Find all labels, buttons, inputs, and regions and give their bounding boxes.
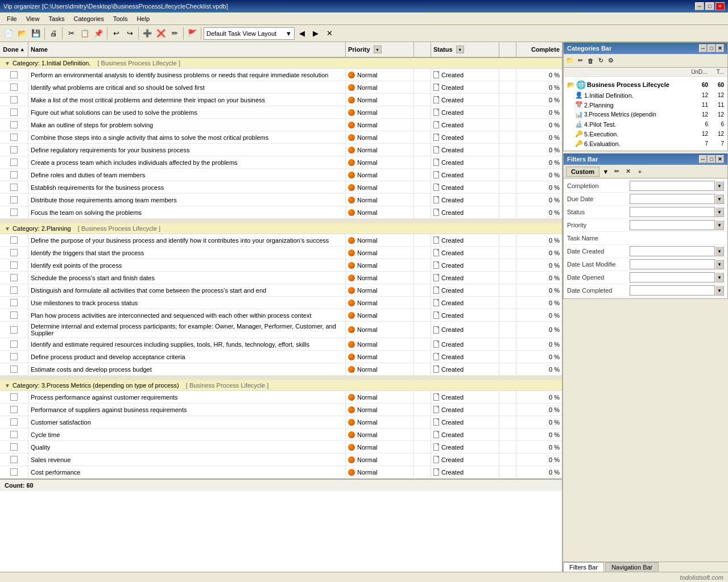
table-row[interactable]: Process performance against customer req… <box>0 391 562 404</box>
custom-filter-label[interactable]: Custom <box>566 167 599 177</box>
task-checkbox[interactable] <box>10 468 18 476</box>
menu-tools[interactable]: Tools <box>109 14 133 23</box>
print-button[interactable]: 🖨 <box>47 27 60 40</box>
open-button[interactable]: 📂 <box>16 27 28 40</box>
table-row[interactable]: Identify what problems are critical and … <box>0 81 562 94</box>
done-cell[interactable] <box>0 416 28 428</box>
filter-delete-icon[interactable]: ✕ <box>623 167 634 177</box>
task-checkbox[interactable] <box>10 159 18 166</box>
cat-edit-icon[interactable]: ✏ <box>575 56 585 66</box>
task-checkbox[interactable] <box>10 109 18 116</box>
filter-dropdown-btn-completion[interactable]: ▼ <box>715 181 724 191</box>
filter-edit-icon[interactable]: ✏ <box>612 167 622 177</box>
done-cell[interactable] <box>0 297 28 309</box>
cat-tree-item[interactable]: 🔑 6.Evaluation. 7 7 <box>565 139 726 148</box>
task-checkbox[interactable] <box>10 418 18 426</box>
filters-title-buttons[interactable]: ─ □ ✕ <box>699 155 724 163</box>
fil-bar-maximize[interactable]: □ <box>708 155 715 163</box>
undo-button[interactable]: ↩ <box>110 27 122 40</box>
table-row[interactable]: Make an outline of steps for problem sol… <box>0 119 562 131</box>
done-cell[interactable] <box>0 454 28 465</box>
filter-value-dateopened[interactable] <box>630 272 715 282</box>
table-row[interactable]: Combine those steps into a single activi… <box>0 131 562 144</box>
done-cell[interactable] <box>0 338 28 350</box>
done-cell[interactable] <box>0 181 28 193</box>
table-row[interactable]: Define roles and duties of team members … <box>0 169 562 181</box>
done-cell[interactable] <box>0 169 28 181</box>
done-cell[interactable] <box>0 194 28 206</box>
done-cell[interactable] <box>0 363 28 375</box>
task-checkbox[interactable] <box>10 261 18 269</box>
save-button[interactable]: 💾 <box>30 27 42 40</box>
task-checkbox[interactable] <box>10 184 18 191</box>
filter-value-priority[interactable] <box>630 220 715 230</box>
filter-value-completion[interactable] <box>630 181 715 191</box>
tab-navigation-bar[interactable]: Navigation Bar <box>605 562 659 572</box>
table-row[interactable]: Distinguish and formulate all activities… <box>0 284 562 297</box>
done-cell[interactable] <box>0 156 28 168</box>
menu-tasks[interactable]: Tasks <box>44 14 69 23</box>
filter-dropdown-btn-priority[interactable]: ▼ <box>715 220 724 230</box>
task-checkbox[interactable] <box>10 71 18 78</box>
filter-value-datecreated[interactable] <box>630 246 715 256</box>
col-status[interactable]: Status ▼ <box>431 42 499 57</box>
table-row[interactable]: Figure out what solutions can be used to… <box>0 106 562 119</box>
done-cell[interactable] <box>0 391 28 403</box>
cat-tree-item[interactable]: 👤 1.Initial Definition. 12 12 <box>565 90 726 100</box>
categories-title-buttons[interactable]: ─ □ ✕ <box>699 44 724 52</box>
menu-categories[interactable]: Categories <box>69 14 109 23</box>
task-checkbox[interactable] <box>10 96 18 103</box>
task-checkbox[interactable] <box>10 311 18 319</box>
done-cell[interactable] <box>0 81 28 93</box>
table-row[interactable]: Define the purpose of your business proc… <box>0 234 562 247</box>
cat-tree-item[interactable]: 📊 3.Process Metrics (dependin 12 12 <box>565 110 726 119</box>
cut-button[interactable]: ✂ <box>65 27 77 40</box>
done-cell[interactable] <box>0 131 28 143</box>
task-checkbox[interactable] <box>10 326 18 334</box>
layout-next[interactable]: ▶ <box>309 27 322 40</box>
menu-view[interactable]: View <box>22 14 44 23</box>
new-button[interactable]: 📄 <box>2 27 15 40</box>
done-cell[interactable] <box>0 234 28 246</box>
task-checkbox[interactable] <box>10 299 18 306</box>
menu-file[interactable]: File <box>2 14 22 23</box>
task-checkbox[interactable] <box>10 84 18 91</box>
task-checkbox[interactable] <box>10 406 18 413</box>
task-checkbox[interactable] <box>10 121 18 128</box>
done-cell[interactable] <box>0 106 28 118</box>
table-row[interactable]: Define process product and develop accep… <box>0 351 562 363</box>
done-cell[interactable] <box>0 69 28 81</box>
filter-dropdown-icon[interactable]: ▼ <box>601 167 611 177</box>
cat-tree-item[interactable]: 🔑 5.Execution. 12 12 <box>565 129 726 139</box>
done-cell[interactable] <box>0 441 28 453</box>
filter-add-icon[interactable]: + <box>635 167 645 177</box>
filter-dropdown-btn-datelastmod[interactable]: ▼ <box>715 259 724 269</box>
collapse-icon-1[interactable]: ▼ <box>5 60 10 66</box>
category-row-2[interactable]: ▼ Category: 2.Planning [ Business Proces… <box>0 223 562 234</box>
cat-refresh-icon[interactable]: ↻ <box>595 56 606 66</box>
col-priority[interactable]: Priority ▼ <box>346 42 414 57</box>
cat-tree-item[interactable]: 🔬 4.Pilot Test. 6 6 <box>565 119 726 129</box>
filter-dropdown-btn-datecompleted[interactable]: ▼ <box>715 285 724 296</box>
table-row[interactable]: Estimate costs and develop process budge… <box>0 363 562 376</box>
menu-help[interactable]: Help <box>132 14 154 23</box>
cat-bar-close[interactable]: ✕ <box>716 44 724 52</box>
table-row[interactable]: Customer satisfaction Normal Created 0 % <box>0 416 562 429</box>
table-row[interactable]: Focus the team on solving the problems N… <box>0 206 562 219</box>
task-checkbox[interactable] <box>10 431 18 438</box>
table-row[interactable]: Cost performance Normal Created 0 % <box>0 466 562 479</box>
filter-dropdown-btn-dateopened[interactable]: ▼ <box>715 272 724 282</box>
task-checkbox[interactable] <box>10 196 18 203</box>
task-checkbox[interactable] <box>10 236 18 244</box>
done-cell[interactable] <box>0 429 28 440</box>
done-cell[interactable] <box>0 404 28 415</box>
done-cell[interactable] <box>0 466 28 478</box>
layout-prev[interactable]: ◀ <box>296 27 308 40</box>
edit-task-button[interactable]: ✏ <box>168 27 181 40</box>
table-row[interactable]: Define regulatory requirements for your … <box>0 144 562 156</box>
flag-button[interactable]: 🚩 <box>186 27 198 40</box>
table-row[interactable]: Perform an environmental analysis to ide… <box>0 69 562 81</box>
table-row[interactable]: Schedule the process's start and finish … <box>0 272 562 284</box>
table-row[interactable]: Identify and estimate required resources… <box>0 338 562 351</box>
done-cell[interactable] <box>0 284 28 296</box>
